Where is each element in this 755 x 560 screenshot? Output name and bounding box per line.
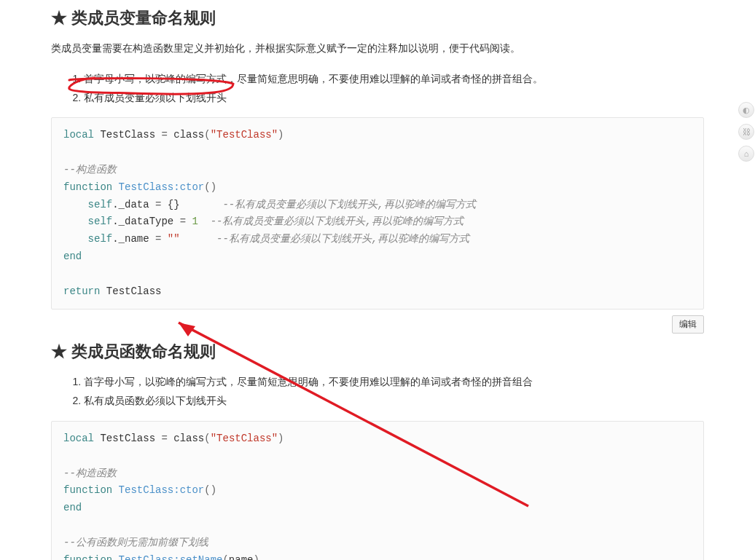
code-token: "" [168,233,180,245]
code-token: self [63,216,112,227]
code-token: TestClass [100,285,161,297]
section1-title: ★ 类成员变量命名规则 [51,7,704,29]
code-block-2: local TestClass = class("TestClass") --构… [51,421,704,560]
code-token: ( [222,554,228,560]
tool-button-1[interactable]: ◐ [738,102,754,118]
code-token: TestClass:ctor [112,181,204,193]
code-token [198,216,211,227]
code-token: function [63,484,112,496]
code-token: end [63,251,82,262]
code-token: ) [278,129,283,141]
code-token [63,450,69,462]
code-token: ._data [112,199,155,210]
code-token: TestClass:setName [112,554,222,560]
section1-rule-1: 首字母小写，以驼峰的编写方式，尽量简短意思明确，不要使用难以理解的单词或者奇怪的… [84,71,704,88]
section1-desc: 类成员变量需要在构造函数里定义并初始化，并根据实际意义赋予一定的注释加以说明，便… [51,40,704,58]
code-token [180,233,216,245]
code-token: --构造函数 [63,164,117,176]
section2-title: ★ 类成员函数命名规则 [51,341,704,363]
code-token: class [168,433,204,444]
section2-rule-1: 首字母小写，以驼峰的编写方式，尽量简短意思明确，不要使用难以理解的单词或者奇怪的… [84,374,704,391]
code-token: ._dataType [112,216,179,227]
code-token: --私有成员变量必须以下划线开头,再以驼峰的编写方式 [222,199,475,210]
code-block-1: local TestClass = class("TestClass") --构… [51,117,704,309]
tool-button-3[interactable]: ⌂ [738,146,754,162]
section1-rule-2: 私有成员变量必须以下划线开头 [84,90,704,107]
code-token: "TestClass" [211,129,278,141]
code-token: --私有成员变量必须以下划线开头,再以驼峰的编写方式 [211,216,463,227]
code-token: --公有函数则无需加前缀下划线 [63,537,208,548]
code-token: ) [278,433,283,444]
code-token: class [168,129,204,141]
code-token: --构造函数 [63,468,117,479]
code-token: TestClass:ctor [112,484,204,496]
code-token: TestClass [94,129,161,141]
code-token: = [161,129,167,141]
section1-rules: 首字母小写，以驼峰的编写方式，尽量简短意思明确，不要使用难以理解的单词或者奇怪的… [84,71,704,107]
code-token [63,146,69,158]
code-token: "TestClass" [211,433,278,444]
code-token: ._name [112,233,155,245]
edit-button[interactable]: 编辑 [672,315,704,334]
code-token: = [161,433,167,444]
code-token: local [63,433,94,444]
code-token: ( [204,433,210,444]
code-token [63,268,69,280]
code-token: () [204,181,216,193]
code-token: function [63,554,112,560]
code-token [63,519,69,531]
code-token: ) [253,554,259,560]
section2-rules: 首字母小写，以驼峰的编写方式，尽量简短意思明确，不要使用难以理解的单词或者奇怪的… [84,374,704,410]
code-token: () [204,484,216,496]
code-token: end [63,502,82,513]
code-token: self [63,199,112,210]
code-token: local [63,129,94,141]
code-token: TestClass [94,433,161,444]
side-toolbar: ◐ ⛓ ⌂ [738,102,755,162]
code-token: return [63,285,100,297]
code-token: self [63,233,112,245]
code-token: ( [204,129,210,141]
code-token: 1 [192,216,197,227]
tool-button-2[interactable]: ⛓ [738,124,754,140]
code-token: name [229,554,254,560]
edit-button-wrap: 编辑 [51,315,704,334]
code-token: function [63,181,112,193]
code-token: = [180,216,186,227]
code-token: {} [161,199,222,210]
code-token [161,233,167,245]
code-token: --私有成员变量必须以下划线开头,再以驼峰的编写方式 [216,233,469,245]
section2-rule-2: 私有成员函数必须以下划线开头 [84,393,704,410]
